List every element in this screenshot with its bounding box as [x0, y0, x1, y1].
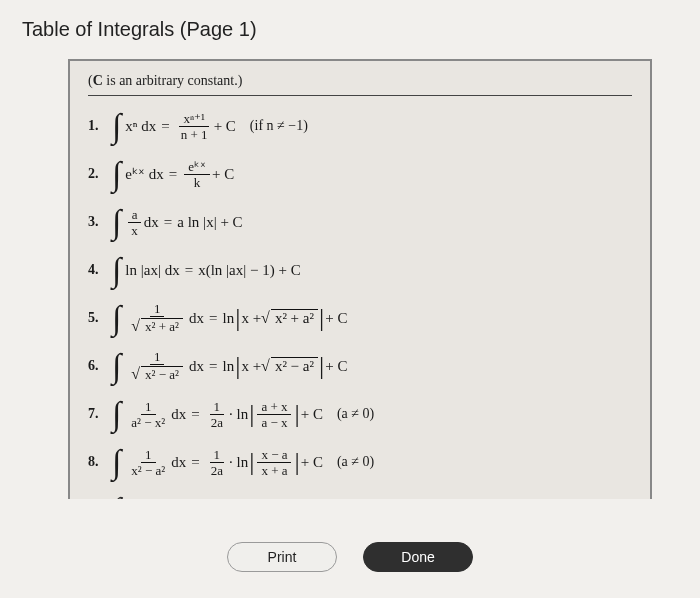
item-number: 3.: [88, 214, 112, 230]
integral-icon: ∫: [112, 208, 121, 235]
f5-ln: ln: [222, 310, 234, 327]
f7-num: 1: [141, 400, 156, 415]
f5-den: √x² + a²: [127, 317, 187, 334]
integral-sheet: (C is an arbitrary constant.) 1. ∫ xⁿ dx…: [68, 59, 652, 499]
f5-rad: x² + a²: [271, 309, 318, 327]
f5-num: 1: [150, 302, 165, 317]
f8-cond: (a ≠ 0): [337, 454, 374, 470]
f6-den: √x² − a²: [127, 365, 187, 382]
f8-ln: · ln: [229, 454, 248, 471]
f9-frac: 1: [127, 496, 145, 500]
f7-c: + C: [301, 406, 323, 423]
abs-left: |: [249, 452, 254, 473]
abs-right: |: [294, 404, 299, 425]
f1-den: n + 1: [177, 127, 212, 141]
f1-cond: (if n ≠ −1): [250, 118, 308, 134]
f4-lhs: ln |ax| dx: [125, 262, 179, 279]
abs-left: |: [235, 356, 240, 377]
equals: =: [161, 118, 169, 135]
f2-c: + C: [212, 166, 234, 183]
integral-icon: ∫: [112, 448, 121, 475]
item-number: 1.: [88, 118, 112, 134]
page-title: Table of Integrals (Page 1): [22, 18, 680, 41]
f3-dx: dx: [144, 214, 159, 231]
f2-den: k: [190, 175, 205, 189]
f7-cond: (a ≠ 0): [337, 406, 374, 422]
formula-9: 9. ∫ 1 dx = 1 · ln | a + √a² − x² | + C …: [88, 490, 632, 499]
integral-icon: ∫: [112, 112, 121, 139]
abs-left: |: [249, 404, 254, 425]
f7-frac: 1 a² − x²: [127, 400, 169, 429]
f8-coef: 1 2a: [207, 448, 227, 477]
integral-icon: ∫: [112, 400, 121, 427]
equals: =: [209, 310, 217, 327]
note-c: C: [93, 73, 103, 88]
f8-dx: dx: [171, 454, 186, 471]
f1-lhs: xⁿ dx: [125, 118, 156, 135]
abs-right: |: [319, 308, 324, 329]
f2-num: eᵏˣ: [184, 160, 210, 175]
f8-den: x² − a²: [127, 463, 169, 477]
f6-mid: x +: [241, 358, 261, 375]
f6-ln: ln: [222, 358, 234, 375]
f7-abs-frac: a + x a − x: [257, 400, 291, 429]
f9-coef: 1: [183, 496, 198, 500]
f1-frac: xⁿ⁺¹ n + 1: [177, 112, 212, 141]
done-button[interactable]: Done: [363, 542, 473, 572]
f5-c: + C: [325, 310, 347, 327]
f6-frac: 1 √x² − a²: [127, 350, 187, 382]
f3-rhs: a ln |x| + C: [177, 214, 242, 231]
print-button[interactable]: Print: [227, 542, 337, 572]
item-number: 7.: [88, 406, 112, 422]
f2-lhs: eᵏˣ dx: [125, 165, 163, 183]
f8-abs-frac: x − a x + a: [257, 448, 291, 477]
item-number: 8.: [88, 454, 112, 470]
f8-frac: 1 x² − a²: [127, 448, 169, 477]
note-rest: is an arbitrary constant.): [103, 73, 243, 88]
f6-dx: dx: [189, 358, 204, 375]
formula-7: 7. ∫ 1 a² − x² dx = 1 2a · ln | a + x a …: [88, 394, 632, 434]
f7-coef: 1 2a: [207, 400, 227, 429]
abs-right: |: [319, 356, 324, 377]
item-number: 6.: [88, 358, 112, 374]
formula-5: 5. ∫ 1 √x² + a² dx = ln | x + √x² + a² |…: [88, 298, 632, 338]
page: Table of Integrals (Page 1) (C is an arb…: [0, 0, 700, 598]
f1-c: + C: [214, 118, 236, 135]
f3-num: a: [128, 208, 142, 223]
equals: =: [169, 166, 177, 183]
f5-frac: 1 √x² + a²: [127, 302, 187, 334]
integral-icon: ∫: [112, 496, 121, 499]
f6-c: + C: [325, 358, 347, 375]
f8-c: + C: [301, 454, 323, 471]
equals: =: [191, 406, 199, 423]
f4-rhs: x(ln |ax| − 1) + C: [198, 262, 301, 279]
f5-dx: dx: [189, 310, 204, 327]
integral-icon: ∫: [112, 352, 121, 379]
formula-2: 2. ∫ eᵏˣ dx = eᵏˣ k + C: [88, 154, 632, 194]
f7-den: a² − x²: [127, 415, 169, 429]
f8-num: 1: [141, 448, 156, 463]
f3-frac: a x: [127, 208, 142, 237]
equals: =: [164, 214, 172, 231]
formula-3: 3. ∫ a x dx = a ln |x| + C: [88, 202, 632, 242]
formula-list: 1. ∫ xⁿ dx = xⁿ⁺¹ n + 1 + C (if n ≠ −1) …: [88, 106, 632, 499]
abs-left: |: [235, 308, 240, 329]
constant-note: (C is an arbitrary constant.): [88, 73, 632, 89]
item-number: 2.: [88, 166, 112, 182]
formula-6: 6. ∫ 1 √x² − a² dx = ln | x + √x² − a² |…: [88, 346, 632, 386]
f7-ln: · ln: [229, 406, 248, 423]
integral-icon: ∫: [112, 160, 121, 187]
formula-4: 4. ∫ ln |ax| dx = x(ln |ax| − 1) + C: [88, 250, 632, 290]
equals: =: [209, 358, 217, 375]
equals: =: [185, 262, 193, 279]
item-number: 4.: [88, 262, 112, 278]
abs-right: |: [294, 452, 299, 473]
integral-icon: ∫: [112, 256, 121, 283]
button-bar: Print Done: [0, 542, 700, 572]
equals: =: [191, 454, 199, 471]
integral-icon: ∫: [112, 304, 121, 331]
f6-num: 1: [150, 350, 165, 365]
item-number: 5.: [88, 310, 112, 326]
f3-den: x: [127, 223, 142, 237]
f1-num: xⁿ⁺¹: [179, 112, 209, 127]
